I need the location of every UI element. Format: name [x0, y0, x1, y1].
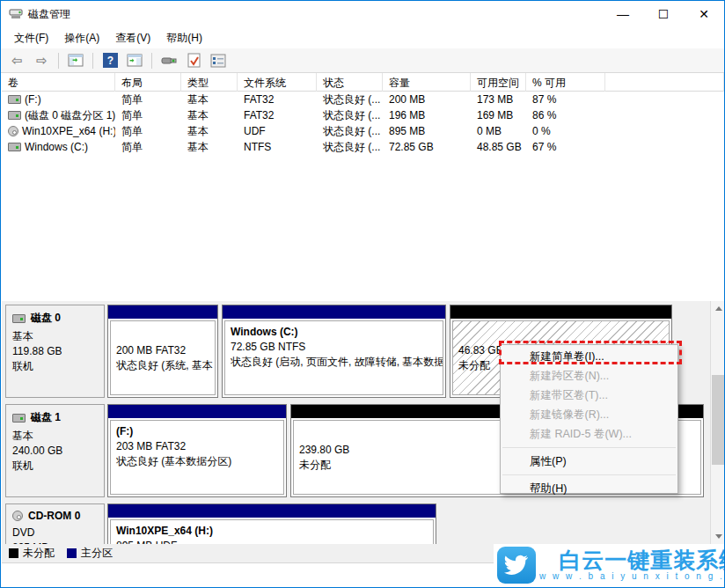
partition-size: 203 MB FAT32: [116, 439, 278, 454]
properties-list-icon[interactable]: [208, 51, 229, 70]
back-icon[interactable]: ⇦: [6, 51, 27, 70]
legend-swatch-unallocated: [9, 548, 18, 558]
cell-pct: 86 %: [526, 109, 605, 121]
menu-help[interactable]: 帮助(H): [158, 28, 210, 48]
menu-item-new-striped-volume: 新建带区卷(T)...: [501, 386, 677, 405]
disk1-partition-f[interactable]: (F:) 203 MB FAT32 状态良好 (基本数据分区): [107, 404, 287, 497]
window-title: 磁盘管理: [28, 7, 70, 22]
cell-capacity: 200 MB: [383, 93, 471, 106]
column-header-filler: [605, 73, 724, 92]
maximize-button[interactable]: ☐: [643, 1, 684, 27]
menu-bar: 文件(F) 操作(A) 查看(V) 帮助(H): [1, 27, 724, 48]
drive-icon: [12, 314, 26, 323]
toolbar-separator: [58, 53, 59, 69]
toolbar: ⇦ ⇨ ?: [1, 48, 724, 73]
partition-status: 状态良好 (启动, 页面文件, 故障转储, 基本数据:: [231, 355, 437, 370]
cdrom-media-region[interactable]: Win10XPE_x64 (H:) 895 MB UDF: [107, 503, 436, 544]
close-button[interactable]: ✕: [684, 1, 724, 27]
unallocated-bar: [450, 305, 671, 319]
partition-size: 72.85 GB NTFS: [231, 340, 437, 355]
column-header-capacity[interactable]: 容量: [383, 73, 471, 92]
watermark-url: w w w . b a i y u n x i t o n g . c o m: [539, 571, 725, 582]
cell-type: 基本: [181, 140, 238, 155]
cell-free: 173 MB: [471, 93, 526, 106]
scroll-down-icon[interactable]: [711, 529, 725, 544]
primary-partition-bar: [108, 504, 436, 518]
menu-item-help[interactable]: 帮助(H): [501, 479, 677, 498]
disk1-label-panel[interactable]: 磁盘 1 基本 240.00 GB 联机: [5, 404, 105, 497]
partition-status: 状态良好 (系统, 基本: [116, 358, 209, 373]
scrollbar-thumb[interactable]: [712, 375, 725, 465]
cell-free: 169 MB: [471, 109, 526, 121]
volume-name: (磁盘 0 磁盘分区 1): [25, 108, 115, 123]
menu-separator: [502, 474, 676, 475]
menu-view[interactable]: 查看(V): [107, 28, 158, 48]
disk-name: CD-ROM 0: [28, 510, 80, 522]
partition-name: Win10XPE_x64 (H:): [116, 524, 428, 539]
column-header-pctfree[interactable]: % 可用: [526, 73, 605, 92]
cell-status: 状态良好 (...: [317, 92, 383, 107]
disk0-label-panel[interactable]: 磁盘 0 基本 119.88 GB 联机: [5, 305, 105, 398]
column-header-filesystem[interactable]: 文件系统: [238, 73, 317, 92]
cell-capacity: 72.85 GB: [383, 141, 471, 153]
minimize-button[interactable]: —: [603, 1, 643, 27]
disk-type: DVD: [12, 526, 99, 540]
primary-partition-bar: [108, 305, 217, 319]
title-bar: 磁盘管理 — ☐ ✕: [1, 1, 724, 27]
forward-icon[interactable]: ⇨: [31, 51, 52, 70]
volume-name: Win10XPE_x64 (H:): [22, 125, 115, 137]
app-icon: [9, 7, 23, 21]
partition-status: 状态良好 (基本数据分区): [116, 454, 278, 469]
table-row[interactable]: (磁盘 0 磁盘分区 1) 简单 基本 FAT32 状态良好 (... 196 …: [2, 107, 724, 123]
context-menu: 新建简单卷(I)... 新建跨区卷(N)... 新建带区卷(T)... 新建镜像…: [500, 344, 678, 494]
cell-status: 状态良好 (...: [317, 108, 383, 123]
watermark-title: 白云一键重装系统: [559, 548, 725, 571]
table-row[interactable]: Win10XPE_x64 (H:) 简单 基本 UDF 状态良好 (... 89…: [2, 123, 724, 139]
vertical-scrollbar[interactable]: [710, 301, 725, 544]
annotation-highlight-box: [499, 341, 682, 364]
disk-name: 磁盘 0: [31, 311, 61, 326]
column-header-type[interactable]: 类型: [181, 73, 238, 92]
menu-action[interactable]: 操作(A): [56, 28, 107, 48]
legend-primary: 主分区: [67, 546, 113, 561]
cdrom-label-panel[interactable]: CD-ROM 0 DVD 895 MB: [5, 503, 105, 544]
cell-status: 状态良好 (...: [317, 140, 383, 155]
legend-label: 主分区: [81, 546, 113, 561]
column-header-status[interactable]: 状态: [317, 73, 383, 92]
primary-partition-bar: [108, 405, 286, 418]
scroll-up-icon[interactable]: [711, 301, 725, 316]
drive-icon: [8, 111, 21, 120]
action-pane-icon[interactable]: [124, 51, 145, 70]
toolbar-separator: [151, 53, 152, 69]
menu-item-properties[interactable]: 属性(P): [501, 452, 677, 471]
disk-status: 联机: [12, 359, 99, 374]
cell-capacity: 196 MB: [383, 109, 471, 121]
disk-tool-icon[interactable]: [158, 51, 179, 70]
cell-type: 基本: [181, 92, 238, 107]
disk0-partition-system[interactable]: 200 MB FAT32 状态良好 (系统, 基本: [107, 305, 218, 398]
volume-name: (F:): [25, 93, 41, 106]
menu-item-new-mirrored-volume: 新建镜像卷(R)...: [501, 405, 677, 424]
cell-pct: 67 %: [526, 141, 605, 153]
column-header-layout[interactable]: 布局: [115, 73, 181, 92]
bird-icon: [497, 547, 536, 584]
disk0-partition-windows-c[interactable]: Windows (C:) 72.85 GB NTFS 状态良好 (启动, 页面文…: [222, 305, 446, 398]
table-row[interactable]: (F:) 简单 基本 FAT32 状态良好 (... 200 MB 173 MB…: [2, 92, 724, 107]
menu-file[interactable]: 文件(F): [6, 28, 56, 48]
cell-layout: 简单: [115, 108, 181, 123]
partition-name: (F:): [116, 424, 278, 439]
cell-free: 48.85 GB: [471, 141, 526, 153]
volume-name: Windows (C:): [25, 141, 88, 153]
table-row[interactable]: Windows (C:) 简单 基本 NTFS 状态良好 (... 72.85 …: [2, 139, 724, 155]
drive-icon: [8, 95, 21, 104]
console-tree-icon[interactable]: [65, 51, 86, 70]
help-icon[interactable]: ?: [99, 51, 121, 70]
cell-free: 0 MB: [471, 125, 526, 137]
disk-type: 基本: [12, 329, 99, 344]
column-header-free[interactable]: 可用空间: [471, 73, 526, 92]
disk-management-window: 磁盘管理 — ☐ ✕ 文件(F) 操作(A) 查看(V) 帮助(H) ⇦ ⇨ ?: [0, 0, 725, 588]
column-header-volume[interactable]: 卷: [2, 73, 115, 92]
partition-size: 200 MB FAT32: [116, 343, 209, 358]
disc-icon: [12, 511, 23, 521]
check-document-icon[interactable]: [183, 51, 204, 70]
